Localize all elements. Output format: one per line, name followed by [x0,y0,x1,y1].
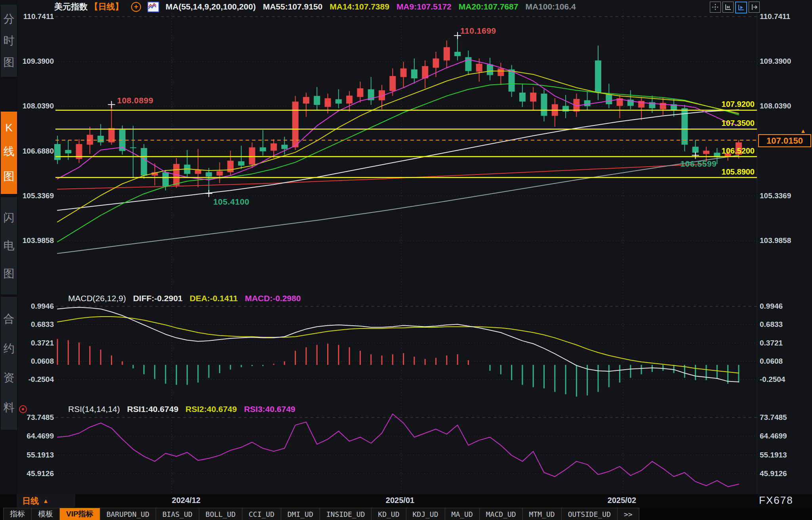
toolbar-tab-KD_UD[interactable]: KD_UD [372,508,406,520]
sidebar-tab-分时图[interactable]: 分时图 [1,5,17,77]
ma55-line [57,110,739,211]
candle-body [249,147,255,165]
period-selector[interactable]: 日线 ▲ [17,494,75,507]
sidebar-tab-char: 约 [4,341,15,356]
candle-body [411,69,417,78]
candle-body [433,59,439,68]
trading-app: 美元指数 【日线】 + MA(55,14,9,20,100,200) MA55:… [0,0,812,520]
axis-scale-button[interactable] [722,2,734,13]
chart-canvas[interactable] [0,0,812,494]
date-label: 2025/02 [608,496,636,505]
period-caret-icon: ▲ [43,497,49,504]
candle-body [444,47,450,61]
toolbar-tab-OUTSIDE_UD[interactable]: OUTSIDE_UD [562,508,618,520]
sidebar: 分时图K线图闪电图合约资料 [0,0,18,494]
macd-dea-line [57,317,739,373]
candle-body [162,172,169,186]
candle-body [476,64,482,72]
date-label: 2024/12 [172,496,200,505]
toolbar-tab-CCI_UD[interactable]: CCI_UD [242,508,281,520]
candle-body [206,172,212,176]
watermark: FX678 [759,494,793,507]
toolbar-tab-VIP指标[interactable]: VIP指标 [60,508,100,520]
sidebar-tab-char: 图 [4,55,15,70]
toolbar-tab-BOLL_UD[interactable]: BOLL_UD [199,508,242,520]
indicator-toolbar: 指标模板VIP指标BARUPDN_UDBIAS_UDBOLL_UDCCI_UDD… [0,507,812,520]
candle-body [606,94,612,104]
sidebar-tab-char: 图 [4,169,15,184]
date-label: 2025/01 [386,496,414,505]
toolbar-tab-KDJ_UD[interactable]: KDJ_UD [406,508,445,520]
candle-body [530,93,536,102]
candle-body [454,52,461,56]
candle-body [357,88,363,97]
sidebar-tab-char: K [5,121,13,134]
macd-diff-line [57,307,739,382]
candle-body [260,147,266,151]
candle-body [584,100,591,106]
candle-body [509,69,515,91]
ma20-line [57,84,739,242]
candle-body [227,161,234,172]
candle-body [736,142,742,155]
candle-body [65,150,71,153]
candle-body [400,68,407,77]
sidebar-tab-闪电图[interactable]: 闪电图 [1,197,17,294]
sidebar-tab-char: 图 [4,266,15,281]
candle-body [595,61,601,93]
candle-body [141,148,147,176]
sidebar-tab-char: 闪 [4,210,15,225]
price-up-arrow-icon: ▲ [800,127,806,134]
toolbar-tab-指标[interactable]: 指标 [3,508,32,520]
pan-crosshair-button[interactable] [710,2,721,13]
sidebar-tab-char: 料 [4,400,15,415]
candle-body [325,98,331,107]
period-label: 日线 [22,495,39,507]
candle-body [87,135,93,144]
candle-body [725,153,731,156]
ma100-line [57,156,739,254]
sidebar-tab-char: 合 [4,311,15,326]
candle-body [195,170,201,174]
toolbar-tab-模板[interactable]: 模板 [32,508,60,520]
candle-body [497,68,504,76]
candle-body [346,96,353,104]
candle-body [97,136,104,142]
toolbar-tab-MACD_UD[interactable]: MACD_UD [480,508,523,520]
candle-body [335,99,342,104]
toolbar-tab-MA_UD[interactable]: MA_UD [445,508,480,520]
goto-last-bar-button[interactable] [749,2,760,13]
sidebar-tab-char: 线 [4,144,15,159]
toolbar-tab-INSIDE_UD[interactable]: INSIDE_UD [320,508,372,520]
candle-body [238,161,244,166]
candle-body [54,144,61,160]
sidebar-tab-合约资料[interactable]: 合约资料 [1,297,17,430]
candle-body [303,97,309,104]
candle-body [541,94,547,116]
ma14-line [57,71,739,222]
sidebar-tab-char: 资 [4,370,15,385]
toolbar-tab->>[interactable]: >> [618,508,639,520]
locate-icon[interactable] [19,405,27,413]
current-price-tag: 107.0150 [758,134,811,147]
candle-body [217,171,223,176]
sidebar-tab-char: 电 [4,238,15,253]
chart-toolbar-buttons [710,2,760,13]
candle-body [487,65,493,75]
candle-body [271,143,277,150]
candle-body [389,76,396,91]
axis-auto-button[interactable] [735,2,747,13]
sidebar-tab-char: 分 [4,11,15,27]
toolbar-tab-BIAS_UD[interactable]: BIAS_UD [156,508,199,520]
candle-body [519,93,526,102]
candle-body [130,147,136,148]
toolbar-tab-BARUPDN_UD[interactable]: BARUPDN_UD [100,508,156,520]
candle-body [281,145,288,149]
sidebar-tab-char: 时 [4,33,15,48]
toolbar-tab-DMI_UD[interactable]: DMI_UD [281,508,320,520]
candle-body [703,151,709,154]
sidebar-tab-K线图[interactable]: K线图 [1,112,17,194]
rsi-line [57,414,739,487]
date-axis-row: 日线 ▲ 2024/122025/012025/02 FX678 [0,494,812,507]
toolbar-tab-MTM_UD[interactable]: MTM_UD [523,508,562,520]
